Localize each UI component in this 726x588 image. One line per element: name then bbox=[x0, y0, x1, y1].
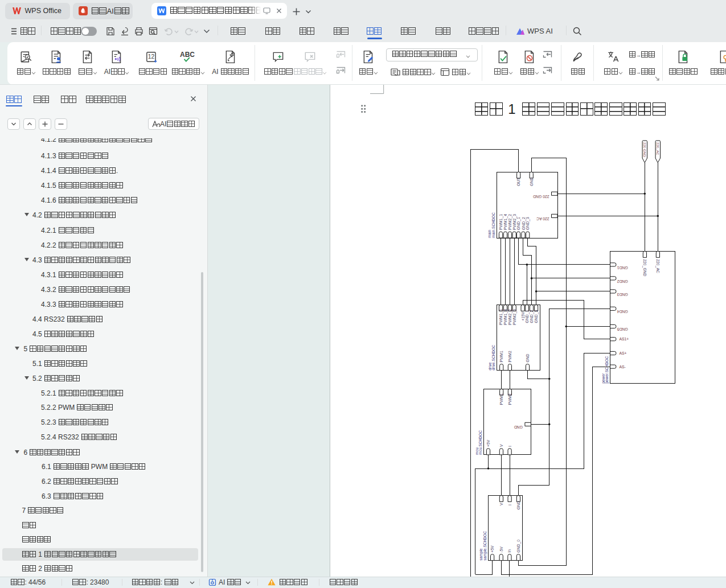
svg-text:12: 12 bbox=[148, 54, 155, 60]
svg-text:ABC: ABC bbox=[180, 51, 195, 59]
